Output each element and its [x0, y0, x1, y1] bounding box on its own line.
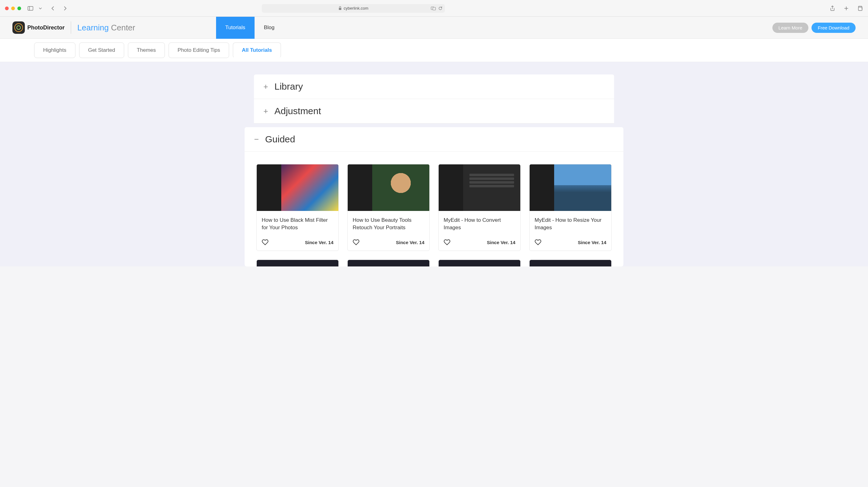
logo-text: PhotoDirector — [27, 25, 65, 31]
svg-rect-2 — [339, 8, 341, 10]
accordion-guided[interactable]: − Guided — [245, 127, 623, 152]
tab-tutorials[interactable]: Tutorials — [216, 17, 255, 39]
svg-rect-0 — [28, 6, 33, 10]
tutorial-card-partial[interactable] — [529, 260, 612, 266]
tutorial-card[interactable]: How to Use Beauty Tools Retouch Your Por… — [347, 164, 430, 251]
tutorial-cards-row-2 — [245, 251, 623, 266]
forward-button[interactable] — [62, 5, 68, 11]
tab-blog[interactable]: Blog — [254, 17, 284, 39]
logo-section[interactable]: PhotoDirector — [12, 22, 65, 34]
svg-rect-4 — [433, 7, 436, 10]
nav-tabs: Tutorials Blog — [216, 17, 284, 39]
heart-icon[interactable] — [535, 239, 541, 246]
version-tag: Since Ver. 14 — [396, 240, 424, 245]
sub-tab-themes[interactable]: Themes — [128, 42, 165, 58]
logo-icon — [12, 22, 25, 34]
tutorial-thumbnail — [439, 164, 520, 211]
sub-tab-all-tutorials[interactable]: All Tutorials — [233, 42, 281, 58]
svg-rect-5 — [858, 7, 862, 10]
heart-icon[interactable] — [262, 239, 269, 246]
accordion-library[interactable]: + Library — [254, 74, 614, 99]
lock-icon — [338, 6, 342, 10]
tutorial-thumbnail — [530, 164, 611, 211]
tutorial-thumbnail — [257, 164, 338, 211]
tutorial-title: How to Use Black Mist Filter for Your Ph… — [262, 217, 333, 231]
share-icon[interactable] — [830, 5, 836, 11]
reload-icon[interactable] — [438, 6, 442, 10]
learning-center-title[interactable]: Learning Center — [77, 23, 135, 33]
minus-icon: − — [253, 135, 259, 144]
tutorial-title: MyEdit - How to Convert Images — [444, 217, 515, 231]
guided-section: − Guided How to Use Black Mist Filter fo… — [245, 127, 623, 266]
accordion-container: + Library + Adjustment — [254, 74, 614, 124]
version-tag: Since Ver. 14 — [578, 240, 606, 245]
sub-tabs: Highlights Get Started Themes Photo Edit… — [0, 39, 868, 62]
address-bar[interactable]: cyberlink.com — [262, 4, 445, 13]
tutorial-card-partial[interactable] — [347, 260, 430, 266]
tutorial-card-partial[interactable] — [256, 260, 339, 266]
url-text: cyberlink.com — [344, 6, 368, 10]
content-area: + Library + Adjustment − Guided How to U… — [0, 62, 868, 266]
tutorial-card[interactable]: MyEdit - How to Resize Your Images Since… — [529, 164, 612, 251]
header-buttons: Learn More Free Download — [772, 23, 856, 33]
tabs-icon[interactable] — [857, 5, 863, 11]
chevron-down-icon[interactable] — [37, 5, 43, 11]
site-header: PhotoDirector Learning Center Tutorials … — [0, 17, 868, 39]
tutorial-card[interactable]: How to Use Black Mist Filter for Your Ph… — [256, 164, 339, 251]
sub-tab-photo-editing-tips[interactable]: Photo Editing Tips — [168, 42, 229, 58]
tutorial-title: How to Use Beauty Tools Retouch Your Por… — [353, 217, 424, 231]
plus-icon: + — [262, 106, 269, 116]
free-download-button[interactable]: Free Download — [811, 23, 856, 33]
browser-toolbar: cyberlink.com — [0, 0, 868, 17]
accordion-title: Guided — [265, 134, 295, 144]
tutorial-thumbnail — [348, 164, 429, 211]
heart-icon[interactable] — [444, 239, 451, 246]
translate-icon[interactable] — [431, 6, 436, 10]
sidebar-toggle-icon[interactable] — [27, 5, 34, 11]
back-button[interactable] — [50, 5, 56, 11]
version-tag: Since Ver. 14 — [305, 240, 333, 245]
version-tag: Since Ver. 14 — [487, 240, 515, 245]
new-tab-icon[interactable] — [843, 5, 849, 11]
tutorial-cards-grid: How to Use Black Mist Filter for Your Ph… — [245, 152, 623, 251]
window-controls — [5, 6, 21, 10]
accordion-adjustment[interactable]: + Adjustment — [254, 99, 614, 124]
sub-tab-highlights[interactable]: Highlights — [34, 42, 75, 58]
maximize-window-button[interactable] — [18, 6, 21, 10]
accordion-title: Library — [274, 81, 303, 92]
divider — [71, 22, 71, 34]
heart-icon[interactable] — [353, 239, 360, 246]
tutorial-title: MyEdit - How to Resize Your Images — [535, 217, 606, 231]
tutorial-card-partial[interactable] — [438, 260, 521, 266]
tutorial-card[interactable]: MyEdit - How to Convert Images Since Ver… — [438, 164, 521, 251]
minimize-window-button[interactable] — [11, 6, 15, 10]
learn-more-button[interactable]: Learn More — [772, 23, 809, 33]
sub-tab-get-started[interactable]: Get Started — [79, 42, 124, 58]
close-window-button[interactable] — [5, 6, 9, 10]
plus-icon: + — [262, 82, 269, 92]
accordion-title: Adjustment — [274, 106, 321, 116]
